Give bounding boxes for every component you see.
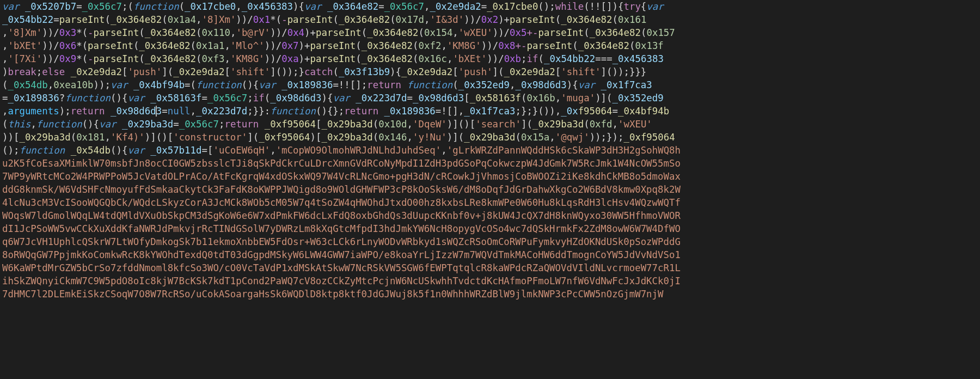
obf-blob-line: ihSkZWQnyiCkmW7C9W5pdO8oIc8kjW7BcKSk7kdT… bbox=[2, 276, 681, 286]
obf-blob-line: ddG8knmSk/W6VdSHFcNmoyufFdSmkaaCkytCk3Fa… bbox=[2, 184, 681, 195]
obf-blob-line: dI1JcPSoWW5vwCCkXuXddKfaNWRJdPmkvjrRcTIN… bbox=[2, 223, 681, 234]
obf-blob-line: 7WP9yWRtcMCo2W4PRWPPoW5JcVatdOLPrACo/AtF… bbox=[2, 171, 681, 182]
obf-blob-line: 8oRWQqGW7PpjmkKoComkwRcK8kYWOhdTexdQ0tdT… bbox=[2, 249, 681, 260]
obf-blob-line: 4lcNu3cM3VcISooWQGQbCk/WQdcLSkyzCorA3JcM… bbox=[2, 197, 681, 208]
obf-blob-line: 7dHMC7l2DLEmkEiSkzCSoqW7O8W7RcRSo/uCokAS… bbox=[2, 289, 664, 299]
obf-blob-line: q6W7JcVH1UphlcQSkrW7LtWOfyDmkogSk7b11ekm… bbox=[2, 236, 681, 247]
obf-blob-line: W6KaWPtdMrGZW5bCrSo7zfddNmoml8kfcSo3WO/c… bbox=[2, 262, 681, 273]
code-editor-content[interactable]: var _0x5207b7=_0x56c7;(function(_0x17cbe… bbox=[0, 0, 980, 301]
text-cursor-icon bbox=[156, 106, 157, 117]
kw-var: var bbox=[2, 1, 25, 12]
obf-blob-line: WOqsW7ldGmolWQqLW4tdQMldVXuObSkpCM3dSgKo… bbox=[2, 210, 681, 221]
obf-blob-line: u2K5fCoEsaXMimklW70msbfJn8ocCI0GW5zbsslc… bbox=[2, 158, 681, 169]
